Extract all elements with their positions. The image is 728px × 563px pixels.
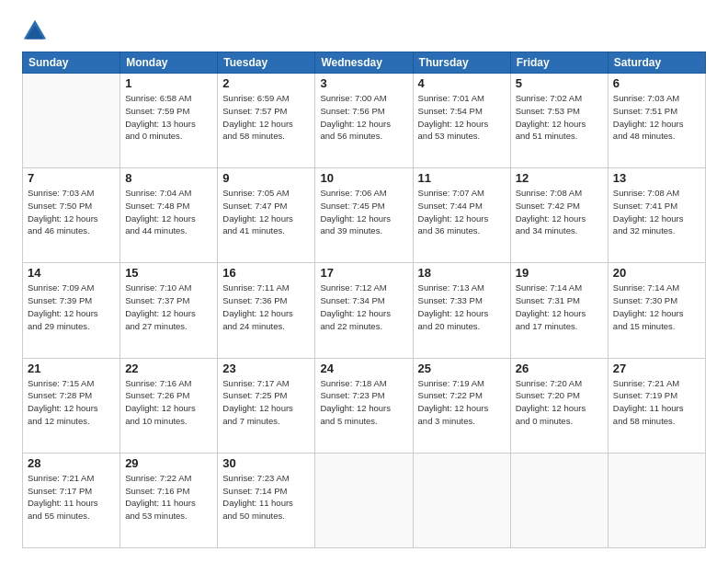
calendar-cell: 25Sunrise: 7:19 AM Sunset: 7:22 PM Dayli… xyxy=(413,358,510,453)
calendar-cell: 28Sunrise: 7:21 AM Sunset: 7:17 PM Dayli… xyxy=(23,453,120,547)
day-info: Sunrise: 7:15 AM Sunset: 7:28 PM Dayligh… xyxy=(28,377,115,428)
calendar-cell: 1Sunrise: 6:58 AM Sunset: 7:59 PM Daylig… xyxy=(120,74,218,168)
day-info: Sunrise: 7:11 AM Sunset: 7:36 PM Dayligh… xyxy=(222,282,310,332)
day-info: Sunrise: 7:01 AM Sunset: 7:54 PM Dayligh… xyxy=(418,92,506,143)
day-number: 10 xyxy=(320,171,407,185)
day-info: Sunrise: 7:03 AM Sunset: 7:50 PM Dayligh… xyxy=(28,187,115,237)
day-info: Sunrise: 7:08 AM Sunset: 7:42 PM Dayligh… xyxy=(516,187,603,237)
calendar-cell xyxy=(510,453,608,547)
calendar-cell: 2Sunrise: 6:59 AM Sunset: 7:57 PM Daylig… xyxy=(218,74,315,168)
week-row-4: 28Sunrise: 7:21 AM Sunset: 7:17 PM Dayli… xyxy=(23,453,706,547)
week-row-1: 7Sunrise: 7:03 AM Sunset: 7:50 PM Daylig… xyxy=(23,168,706,263)
day-number: 9 xyxy=(222,171,310,185)
calendar-table: Sunday Monday Tuesday Wednesday Thursday… xyxy=(22,52,706,548)
day-info: Sunrise: 7:18 AM Sunset: 7:23 PM Dayligh… xyxy=(320,377,407,428)
calendar-cell: 12Sunrise: 7:08 AM Sunset: 7:42 PM Dayli… xyxy=(510,168,608,263)
day-info: Sunrise: 7:12 AM Sunset: 7:34 PM Dayligh… xyxy=(320,282,407,332)
calendar-cell: 8Sunrise: 7:04 AM Sunset: 7:48 PM Daylig… xyxy=(120,168,218,263)
day-info: Sunrise: 7:06 AM Sunset: 7:45 PM Dayligh… xyxy=(320,187,407,237)
week-row-0: 1Sunrise: 6:58 AM Sunset: 7:59 PM Daylig… xyxy=(23,74,706,168)
calendar-cell: 22Sunrise: 7:16 AM Sunset: 7:26 PM Dayli… xyxy=(120,358,218,453)
calendar-cell: 29Sunrise: 7:22 AM Sunset: 7:16 PM Dayli… xyxy=(120,453,218,547)
calendar-cell: 17Sunrise: 7:12 AM Sunset: 7:34 PM Dayli… xyxy=(315,263,413,358)
week-row-2: 14Sunrise: 7:09 AM Sunset: 7:39 PM Dayli… xyxy=(23,263,706,358)
day-info: Sunrise: 7:07 AM Sunset: 7:44 PM Dayligh… xyxy=(418,187,506,237)
calendar-cell: 19Sunrise: 7:14 AM Sunset: 7:31 PM Dayli… xyxy=(510,263,608,358)
day-info: Sunrise: 7:08 AM Sunset: 7:41 PM Dayligh… xyxy=(613,187,700,237)
calendar-cell: 21Sunrise: 7:15 AM Sunset: 7:28 PM Dayli… xyxy=(23,358,120,453)
col-monday: Monday xyxy=(120,52,218,74)
day-info: Sunrise: 7:23 AM Sunset: 7:14 PM Dayligh… xyxy=(222,472,310,523)
day-number: 14 xyxy=(28,266,115,280)
day-number: 30 xyxy=(222,456,310,470)
col-sunday: Sunday xyxy=(23,52,120,74)
day-info: Sunrise: 7:16 AM Sunset: 7:26 PM Dayligh… xyxy=(125,377,212,428)
day-info: Sunrise: 7:09 AM Sunset: 7:39 PM Dayligh… xyxy=(28,282,115,332)
calendar-cell: 30Sunrise: 7:23 AM Sunset: 7:14 PM Dayli… xyxy=(218,453,315,547)
col-saturday: Saturday xyxy=(608,52,705,74)
day-number: 6 xyxy=(613,76,700,90)
calendar-cell: 27Sunrise: 7:21 AM Sunset: 7:19 PM Dayli… xyxy=(608,358,705,453)
logo xyxy=(22,18,51,44)
day-info: Sunrise: 7:05 AM Sunset: 7:47 PM Dayligh… xyxy=(222,187,310,237)
calendar-cell: 9Sunrise: 7:05 AM Sunset: 7:47 PM Daylig… xyxy=(218,168,315,263)
calendar-cell: 11Sunrise: 7:07 AM Sunset: 7:44 PM Dayli… xyxy=(413,168,510,263)
day-number: 11 xyxy=(418,171,506,185)
calendar-cell: 4Sunrise: 7:01 AM Sunset: 7:54 PM Daylig… xyxy=(413,74,510,168)
day-number: 13 xyxy=(613,171,700,185)
day-number: 19 xyxy=(516,266,603,280)
day-number: 29 xyxy=(125,456,212,470)
day-info: Sunrise: 7:14 AM Sunset: 7:30 PM Dayligh… xyxy=(613,282,700,332)
day-number: 21 xyxy=(28,362,115,375)
day-number: 1 xyxy=(125,76,212,90)
calendar-cell: 5Sunrise: 7:02 AM Sunset: 7:53 PM Daylig… xyxy=(510,74,608,168)
day-number: 24 xyxy=(320,362,407,375)
calendar-cell xyxy=(23,74,120,168)
calendar-cell: 10Sunrise: 7:06 AM Sunset: 7:45 PM Dayli… xyxy=(315,168,413,263)
day-info: Sunrise: 7:03 AM Sunset: 7:51 PM Dayligh… xyxy=(613,92,700,143)
day-number: 12 xyxy=(516,171,603,185)
col-tuesday: Tuesday xyxy=(218,52,315,74)
calendar-cell xyxy=(608,453,705,547)
day-info: Sunrise: 7:14 AM Sunset: 7:31 PM Dayligh… xyxy=(516,282,603,332)
calendar-cell: 23Sunrise: 7:17 AM Sunset: 7:25 PM Dayli… xyxy=(218,358,315,453)
day-number: 15 xyxy=(125,266,212,280)
day-info: Sunrise: 7:17 AM Sunset: 7:25 PM Dayligh… xyxy=(222,377,310,428)
day-number: 18 xyxy=(418,266,506,280)
day-info: Sunrise: 7:21 AM Sunset: 7:17 PM Dayligh… xyxy=(28,472,115,523)
calendar-cell: 3Sunrise: 7:00 AM Sunset: 7:56 PM Daylig… xyxy=(315,74,413,168)
calendar-cell: 16Sunrise: 7:11 AM Sunset: 7:36 PM Dayli… xyxy=(218,263,315,358)
day-info: Sunrise: 7:13 AM Sunset: 7:33 PM Dayligh… xyxy=(418,282,506,332)
day-info: Sunrise: 6:59 AM Sunset: 7:57 PM Dayligh… xyxy=(222,92,310,143)
day-number: 8 xyxy=(125,171,212,185)
day-info: Sunrise: 6:58 AM Sunset: 7:59 PM Dayligh… xyxy=(125,92,212,143)
day-info: Sunrise: 7:04 AM Sunset: 7:48 PM Dayligh… xyxy=(125,187,212,237)
day-info: Sunrise: 7:20 AM Sunset: 7:20 PM Dayligh… xyxy=(516,377,603,428)
day-number: 5 xyxy=(516,76,603,90)
day-number: 4 xyxy=(418,76,506,90)
day-info: Sunrise: 7:19 AM Sunset: 7:22 PM Dayligh… xyxy=(418,377,506,428)
col-thursday: Thursday xyxy=(413,52,510,74)
day-info: Sunrise: 7:22 AM Sunset: 7:16 PM Dayligh… xyxy=(125,472,212,523)
calendar-cell: 15Sunrise: 7:10 AM Sunset: 7:37 PM Dayli… xyxy=(120,263,218,358)
calendar-cell: 14Sunrise: 7:09 AM Sunset: 7:39 PM Dayli… xyxy=(23,263,120,358)
calendar-cell: 20Sunrise: 7:14 AM Sunset: 7:30 PM Dayli… xyxy=(608,263,705,358)
day-number: 27 xyxy=(613,362,700,375)
col-wednesday: Wednesday xyxy=(315,52,413,74)
day-info: Sunrise: 7:00 AM Sunset: 7:56 PM Dayligh… xyxy=(320,92,407,143)
calendar-cell: 13Sunrise: 7:08 AM Sunset: 7:41 PM Dayli… xyxy=(608,168,705,263)
week-row-3: 21Sunrise: 7:15 AM Sunset: 7:28 PM Dayli… xyxy=(23,358,706,453)
day-info: Sunrise: 7:02 AM Sunset: 7:53 PM Dayligh… xyxy=(516,92,603,143)
day-number: 25 xyxy=(418,362,506,375)
calendar-cell: 24Sunrise: 7:18 AM Sunset: 7:23 PM Dayli… xyxy=(315,358,413,453)
day-number: 26 xyxy=(516,362,603,375)
calendar-cell: 7Sunrise: 7:03 AM Sunset: 7:50 PM Daylig… xyxy=(23,168,120,263)
calendar-cell xyxy=(315,453,413,547)
day-info: Sunrise: 7:10 AM Sunset: 7:37 PM Dayligh… xyxy=(125,282,212,332)
calendar-cell: 6Sunrise: 7:03 AM Sunset: 7:51 PM Daylig… xyxy=(608,74,705,168)
day-number: 2 xyxy=(222,76,310,90)
header-row: Sunday Monday Tuesday Wednesday Thursday… xyxy=(23,52,706,74)
calendar-cell xyxy=(413,453,510,547)
day-info: Sunrise: 7:21 AM Sunset: 7:19 PM Dayligh… xyxy=(613,377,700,428)
day-number: 3 xyxy=(320,76,407,90)
